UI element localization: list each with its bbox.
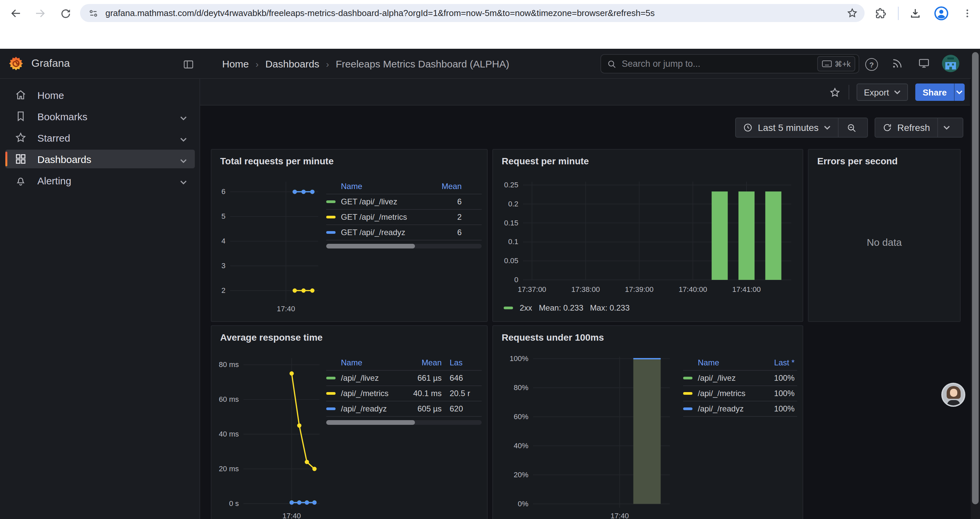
forward-icon[interactable] [32, 5, 48, 21]
legend-column-header[interactable]: Name [683, 358, 757, 367]
refresh-interval-dropdown[interactable] [938, 118, 955, 137]
legend-column-header[interactable]: Name [326, 182, 442, 191]
legend-row[interactable]: /api/_/metrics40.1 ms20.5 r [326, 386, 482, 401]
url-bar[interactable]: grafana.mathmast.com/d/deytv4rwavabkb/fr… [80, 4, 865, 22]
chevron-down-icon[interactable] [180, 110, 187, 122]
active-indicator [5, 152, 7, 166]
panel-title[interactable]: Request per minute [502, 156, 589, 166]
kiosk-monitor-icon[interactable] [918, 57, 930, 69]
svg-text:17:39:00: 17:39:00 [625, 285, 654, 294]
legend-row[interactable]: GET /api/_/livez6 [326, 194, 482, 210]
panel-title[interactable]: Average response time [220, 332, 323, 343]
zoom-out-icon [846, 123, 856, 133]
breadcrumb-item[interactable]: Freeleaps Metrics Dashboard (ALPHA) [336, 58, 509, 69]
grafana-logo-icon[interactable] [9, 56, 23, 71]
svg-text:3: 3 [221, 262, 226, 270]
search-icon [607, 59, 616, 69]
series-name: GET /api/_/metrics [341, 212, 442, 222]
legend-header-row: NameMeanLas [326, 355, 482, 371]
site-info-icon[interactable] [88, 8, 99, 18]
legend-row[interactable]: /api/_/readyz605 µs620 [326, 401, 482, 417]
assistant-avatar[interactable] [941, 383, 965, 407]
profile-icon[interactable] [932, 5, 950, 22]
reload-icon[interactable] [57, 5, 73, 21]
legend-row[interactable]: GET /api/_/metrics2 [326, 210, 482, 225]
chevron-down-icon[interactable] [180, 175, 187, 186]
series-color-swatch [326, 377, 336, 379]
bookmark-star-icon[interactable] [846, 7, 858, 19]
zoom-out-button[interactable] [838, 118, 864, 137]
series-color-swatch [326, 392, 336, 395]
sidebar-item-alerting[interactable]: Alerting [5, 171, 195, 190]
panel-title[interactable]: Requests under 100ms [502, 332, 604, 343]
panel-title[interactable]: Errors per second [817, 156, 897, 166]
sidebar-item-bookmarks[interactable]: Bookmarks [5, 107, 195, 126]
legend-row[interactable]: /api/_/readyz100% [683, 401, 797, 417]
chevron-down-icon[interactable] [180, 153, 187, 164]
legend-column-header[interactable]: Name [326, 358, 395, 367]
legend-column-header[interactable]: Mean [442, 182, 482, 191]
downloads-icon[interactable] [907, 5, 923, 21]
svg-text:0.2: 0.2 [508, 200, 519, 208]
time-range-picker[interactable]: Last 5 minutes [736, 118, 838, 137]
back-icon[interactable] [8, 5, 24, 21]
legend-row[interactable]: /api/_/livez661 µs646 [326, 371, 482, 386]
panel-request-per-minute: Request per minute 0.250.20.150.10.05017… [492, 149, 803, 322]
panel-legend[interactable]: 2xxMean: 0.233Max: 0.233 [504, 303, 630, 313]
news-rss-icon[interactable] [891, 57, 903, 69]
sidebar-item-label: Home [37, 89, 195, 101]
legend-column-header[interactable]: Last * [757, 358, 797, 367]
legend-scrollbar[interactable] [326, 244, 482, 249]
legend-column-header[interactable]: Mean [395, 358, 442, 367]
user-avatar[interactable] [942, 55, 959, 72]
sidebar-toggle-icon[interactable] [183, 59, 194, 73]
refresh-button[interactable]: Refresh [875, 118, 937, 137]
legend-row[interactable]: /api/_/metrics100% [683, 386, 797, 401]
svg-text:40%: 40% [514, 442, 528, 450]
svg-text:40 ms: 40 ms [219, 430, 239, 438]
legend-column-header[interactable]: Las [442, 358, 482, 367]
series-value: 100% [757, 389, 797, 398]
series-value: 620 [442, 404, 482, 414]
svg-text:0.15: 0.15 [504, 219, 519, 227]
favorite-star-icon[interactable] [829, 87, 841, 101]
svg-text:100%: 100% [510, 355, 528, 363]
url-text[interactable]: grafana.mathmast.com/d/deytv4rwavabkb/fr… [105, 8, 846, 18]
breadcrumb-item[interactable]: Dashboards [265, 58, 319, 69]
series-value: 605 µs [395, 404, 442, 414]
series-color-swatch [326, 216, 336, 219]
chevron-down-icon[interactable] [180, 132, 187, 143]
browser-toolbar: grafana.mathmast.com/d/deytv4rwavabkb/fr… [0, 0, 980, 27]
svg-text:17:40: 17:40 [611, 512, 629, 519]
sidebar-item-home[interactable]: Home [5, 86, 195, 104]
screen: grafana.mathmast.com/d/deytv4rwavabkb/fr… [0, 0, 980, 519]
legend-header-row: NameMean [326, 179, 482, 194]
legend-scrollbar[interactable] [326, 420, 482, 425]
svg-text:80%: 80% [514, 383, 528, 392]
browser-menu-icon[interactable] [959, 5, 975, 21]
panel-errors-per-second: Errors per second No data [808, 149, 961, 322]
export-button[interactable]: Export [857, 83, 908, 101]
series-name: GET /api/_/livez [341, 197, 442, 206]
help-icon[interactable]: ? [865, 58, 878, 71]
grid-icon [15, 153, 27, 165]
panel-title[interactable]: Total requests per minute [220, 156, 334, 166]
page-scrollbar-thumb[interactable] [972, 52, 978, 504]
series-color-swatch [683, 407, 692, 410]
share-dropdown-button[interactable] [955, 90, 965, 94]
panel-requests-under-100ms: Requests under 100ms 100%80%60%40%20%0%1… [492, 325, 803, 519]
sidebar-item-label: Dashboards [37, 153, 180, 164]
breadcrumb-item[interactable]: Home [222, 58, 249, 69]
sidebar-item-dashboards[interactable]: Dashboards [5, 150, 195, 168]
svg-text:0%: 0% [518, 500, 528, 508]
legend-row[interactable]: GET /api/_/readyz6 [326, 225, 482, 241]
extensions-icon[interactable] [873, 5, 889, 21]
share-button[interactable]: Share [915, 87, 954, 97]
series-value: 646 [442, 374, 482, 383]
brand-title[interactable]: Grafana [31, 57, 70, 69]
series-color-swatch [326, 200, 336, 203]
sidebar-item-starred[interactable]: Starred [5, 128, 195, 147]
search-input[interactable]: Search or jump to... ⌘+k [600, 54, 859, 73]
search-placeholder: Search or jump to... [622, 59, 817, 69]
legend-row[interactable]: /api/_/livez100% [683, 371, 797, 386]
